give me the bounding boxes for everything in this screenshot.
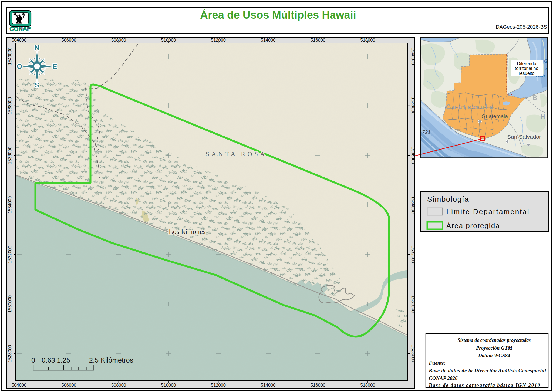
svg-text:1538000: 1538000 [411, 97, 416, 114]
svg-text:Base de datos de la Dirección: Base de datos de la Dirección Análisis G… [429, 368, 546, 373]
svg-text:1536000: 1536000 [411, 147, 416, 164]
svg-text:CONAP 2026: CONAP 2026 [429, 375, 458, 381]
svg-text:Área de Usos Múltiples Hawaii: Área de Usos Múltiples Hawaii [200, 9, 356, 21]
svg-text:San Salvador: San Salvador [507, 134, 541, 140]
svg-text:Proyección GTM: Proyección GTM [476, 345, 513, 351]
svg-text:1536000: 1536000 [7, 147, 12, 164]
svg-text:CONAP: CONAP [9, 25, 31, 32]
svg-text:518000: 518000 [360, 383, 375, 387]
svg-text:Área protegida: Área protegida [446, 222, 500, 230]
svg-text:1540000: 1540000 [7, 48, 12, 65]
svg-text:1530000: 1530000 [7, 295, 12, 313]
svg-text:510000: 510000 [161, 383, 176, 387]
svg-text:516000: 516000 [311, 383, 325, 387]
svg-text:Simbología: Simbología [427, 195, 469, 203]
svg-text:resuelto: resuelto [519, 71, 535, 76]
svg-text:514000: 514000 [261, 383, 275, 387]
svg-text:512000: 512000 [211, 383, 226, 387]
svg-text:1532000: 1532000 [7, 246, 12, 263]
svg-text:territorial no: territorial no [515, 66, 538, 71]
svg-text:1532000: 1532000 [411, 246, 416, 263]
svg-text:Límite Departamental: Límite Departamental [446, 208, 530, 216]
svg-text:Sistema de coordenadas proyect: Sistema de coordenadas proyectadas [458, 337, 531, 343]
svg-text:506000: 506000 [61, 383, 76, 387]
svg-text:721: 721 [422, 129, 431, 135]
svg-text:1538000: 1538000 [7, 97, 12, 114]
svg-text:1528000: 1528000 [7, 345, 12, 362]
svg-text:Guatemala: Guatemala [446, 103, 495, 110]
svg-text:1528000: 1528000 [411, 345, 416, 362]
svg-text:B: B [532, 94, 537, 101]
svg-text:Diferendo: Diferendo [517, 61, 536, 66]
svg-text:Base de datos cartografía bási: Base de datos cartografía básica IGN 201… [429, 382, 540, 388]
svg-text:Guatemala: Guatemala [481, 113, 508, 119]
svg-text:1540000: 1540000 [411, 48, 416, 65]
svg-text:Fuente:: Fuente: [429, 360, 446, 366]
svg-text:1534000: 1534000 [7, 196, 12, 214]
svg-text:Datum WGS84: Datum WGS84 [478, 353, 510, 358]
svg-text:504000: 504000 [12, 383, 26, 387]
svg-text:508000: 508000 [111, 383, 126, 387]
svg-text:DAGeos-205-2026-BS: DAGeos-205-2026-BS [496, 24, 547, 30]
svg-text:1530000: 1530000 [411, 295, 416, 313]
svg-text:1534000: 1534000 [411, 196, 416, 214]
